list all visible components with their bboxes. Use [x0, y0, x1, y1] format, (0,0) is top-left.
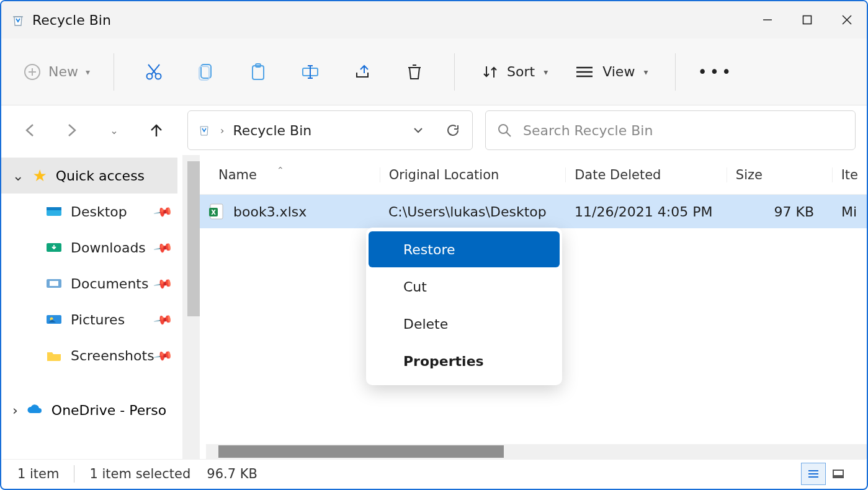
- separator: [675, 53, 676, 91]
- onedrive-icon: [27, 403, 43, 417]
- pin-icon: 📌: [153, 345, 174, 366]
- pin-icon: 📌: [153, 201, 174, 222]
- new-label: New: [48, 64, 78, 79]
- share-button[interactable]: [345, 55, 380, 89]
- copy-button[interactable]: [189, 55, 223, 89]
- new-button[interactable]: New ▾: [16, 58, 97, 86]
- context-menu: Restore Cut Delete Properties: [366, 228, 562, 385]
- sidebar-item-label: Documents: [71, 276, 148, 292]
- file-row[interactable]: X book3.xlsx C:\Users\lukas\Desktop 11/2…: [200, 195, 867, 228]
- documents-icon: [46, 277, 62, 290]
- chevron-down-icon: ▾: [86, 67, 90, 77]
- context-menu-delete[interactable]: Delete: [369, 306, 560, 342]
- rename-button[interactable]: [293, 55, 328, 89]
- sidebar-item-downloads[interactable]: Downloads 📌: [1, 229, 177, 265]
- column-header-name[interactable]: ⌃Name: [200, 167, 380, 182]
- status-selected-count: 1 item selected: [89, 466, 190, 481]
- pin-icon: 📌: [153, 273, 174, 294]
- chevron-right-icon[interactable]: ›: [220, 125, 224, 136]
- status-item-count: 1 item: [17, 466, 59, 481]
- svg-text:X: X: [211, 209, 216, 216]
- svg-rect-41: [833, 475, 843, 478]
- view-label: View: [602, 64, 635, 79]
- more-button[interactable]: •••: [698, 55, 733, 89]
- separator: [74, 465, 74, 483]
- address-dropdown-button[interactable]: [408, 120, 429, 141]
- paste-button[interactable]: [241, 55, 275, 89]
- sidebar-item-pictures[interactable]: Pictures 📌: [1, 301, 177, 337]
- context-menu-cut[interactable]: Cut: [369, 269, 560, 305]
- details-view-button[interactable]: [801, 463, 826, 485]
- sidebar-scrollbar[interactable]: [182, 155, 200, 459]
- context-menu-restore[interactable]: Restore: [369, 231, 560, 267]
- address-bar[interactable]: › Recycle Bin: [187, 110, 473, 150]
- file-name: book3.xlsx: [233, 204, 306, 220]
- column-header-original-location[interactable]: Original Location: [380, 167, 566, 182]
- sidebar-item-documents[interactable]: Documents 📌: [1, 265, 177, 301]
- column-header-date-deleted[interactable]: Date Deleted: [565, 167, 727, 182]
- svg-rect-1: [803, 16, 812, 24]
- window-title: Recycle Bin: [32, 12, 111, 28]
- file-date-deleted: 11/26/2021 4:05 PM: [566, 204, 727, 220]
- view-button[interactable]: View ▾: [570, 59, 653, 84]
- sidebar-item-label: Desktop: [71, 204, 127, 220]
- separator: [454, 53, 455, 91]
- sort-label: Sort: [507, 64, 535, 79]
- context-menu-properties[interactable]: Properties: [369, 343, 560, 379]
- onedrive-label: OneDrive - Perso: [51, 403, 166, 418]
- chevron-right-icon: ›: [12, 403, 18, 418]
- sidebar-section-quick-access[interactable]: ⌄ ★ Quick access: [1, 158, 177, 194]
- file-size: 97 KB: [727, 204, 833, 220]
- maximize-button[interactable]: [787, 1, 827, 38]
- downloads-icon: [46, 241, 62, 254]
- svg-line-26: [506, 132, 511, 136]
- recycle-bin-icon: [197, 122, 212, 139]
- svg-point-25: [499, 125, 508, 133]
- sidebar-item-desktop[interactable]: Desktop 📌: [1, 194, 177, 229]
- sort-button[interactable]: Sort ▾: [477, 59, 553, 85]
- chevron-down-icon: ▾: [544, 67, 548, 77]
- pictures-icon: [46, 313, 62, 326]
- svg-rect-13: [253, 66, 264, 79]
- search-input[interactable]: Search Recycle Bin: [485, 110, 856, 150]
- sidebar-item-label: Downloads: [71, 240, 146, 256]
- quick-access-label: Quick access: [56, 168, 145, 184]
- file-item-type: Mi: [833, 204, 867, 220]
- recent-locations-button[interactable]: ⌄: [102, 118, 127, 143]
- sidebar-item-label: Screenshots: [71, 348, 154, 363]
- navigation-pane: ⌄ ★ Quick access Desktop 📌 Downloads 📌 D…: [1, 155, 200, 459]
- forward-button[interactable]: [60, 118, 84, 143]
- chevron-down-icon: ⌄: [12, 168, 24, 184]
- sidebar-item-screenshots[interactable]: Screenshots 📌: [1, 337, 177, 373]
- column-header-item-type[interactable]: Ite: [832, 167, 867, 182]
- pin-icon: 📌: [153, 237, 174, 258]
- horizontal-scrollbar[interactable]: [206, 444, 867, 459]
- desktop-icon: [46, 205, 62, 218]
- sidebar-section-onedrive[interactable]: › OneDrive - Perso: [1, 392, 177, 428]
- chevron-down-icon: ▾: [643, 67, 648, 77]
- column-header-size[interactable]: Size: [727, 167, 832, 182]
- cut-button[interactable]: [136, 55, 171, 89]
- up-button[interactable]: [144, 118, 169, 143]
- delete-button[interactable]: [397, 55, 432, 89]
- separator: [114, 53, 114, 91]
- search-placeholder: Search Recycle Bin: [523, 123, 653, 138]
- pin-icon: 📌: [153, 309, 174, 330]
- excel-file-icon: X: [208, 202, 225, 221]
- minimize-button[interactable]: [748, 1, 787, 38]
- svg-rect-31: [50, 281, 58, 286]
- recycle-bin-icon: [11, 13, 25, 27]
- svg-rect-28: [47, 207, 61, 210]
- close-button[interactable]: [827, 1, 867, 38]
- thumbnails-view-button[interactable]: [826, 463, 851, 485]
- breadcrumb-segment[interactable]: Recycle Bin: [233, 123, 311, 138]
- file-original-location: C:\Users\lukas\Desktop: [380, 204, 566, 220]
- star-icon: ★: [32, 166, 47, 185]
- status-selected-size: 96.7 KB: [207, 466, 257, 481]
- back-button[interactable]: [17, 118, 42, 143]
- search-icon: [497, 123, 512, 138]
- folder-icon: [46, 349, 62, 362]
- sidebar-item-label: Pictures: [71, 312, 125, 327]
- refresh-button[interactable]: [442, 120, 463, 141]
